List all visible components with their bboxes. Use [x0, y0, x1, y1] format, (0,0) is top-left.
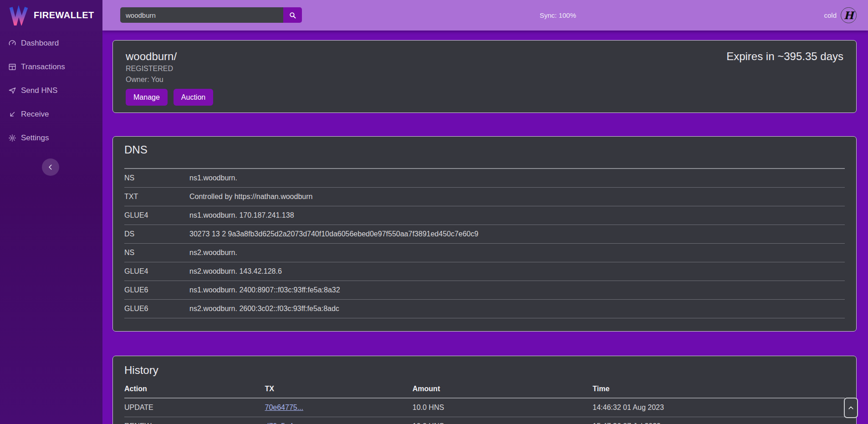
sidebar-item-settings[interactable]: Settings [0, 126, 102, 150]
domain-title: woodburn/ [126, 50, 177, 63]
history-col-action: Action [124, 380, 265, 398]
sidebar-item-dashboard[interactable]: Dashboard [0, 31, 102, 55]
history-time: 14:46:32 01 Aug 2023 [592, 398, 845, 417]
dns-record-type: GLUE6 [124, 299, 189, 318]
dns-record-type: GLUE4 [124, 262, 189, 281]
gear-icon [8, 134, 16, 142]
dns-record-value: ns1.woodburn. [189, 169, 845, 187]
tx-link[interactable]: d70e5e4... [265, 422, 299, 424]
history-col-time: Time [592, 380, 845, 398]
dns-record-row: NS ns2.woodburn. [124, 243, 845, 262]
dns-record-type: GLUE6 [124, 281, 189, 299]
scroll-to-top-button[interactable] [844, 398, 858, 418]
history-header-row: Action TX Amount Time [124, 380, 845, 398]
dns-record-value: Controlled by https://nathan.woodburn [189, 187, 845, 206]
history-action: RENEW [124, 417, 265, 424]
tx-link[interactable]: 70e64775... [265, 404, 303, 411]
dns-record-row: GLUE4 ns1.woodburn. 170.187.241.138 [124, 206, 845, 225]
table-icon [8, 63, 16, 71]
history-card: History Action TX Amount Time UPDATE 70e… [112, 356, 857, 424]
history-row: RENEW d70e5e4... 10.0 HNS 15:47:36 07 Ju… [124, 417, 845, 424]
history-col-amount: Amount [413, 380, 593, 398]
arrow-down-left-icon [8, 110, 16, 118]
dns-record-row: DS 30273 13 2 9a3a8fb3d625d2a2073d740f10… [124, 225, 845, 243]
dns-record-row: GLUE6 ns2.woodburn. 2600:3c02::f03c:93ff… [124, 299, 845, 318]
dns-card: DNS NS ns1.woodburn. TXT Controlled by h… [112, 136, 857, 332]
domain-owner: Owner: You [126, 75, 843, 84]
brand-header[interactable]: FIREWALLET [0, 0, 102, 31]
dns-record-value: ns2.woodburn. 143.42.128.6 [189, 262, 845, 281]
sidebar-item-label: Settings [21, 133, 49, 143]
sidebar-item-label: Transactions [21, 62, 65, 72]
dns-record-row: NS ns1.woodburn. [124, 169, 845, 187]
auction-button[interactable]: Auction [174, 89, 213, 106]
search-input[interactable] [120, 7, 283, 23]
sidebar-item-label: Send HNS [21, 86, 57, 95]
dns-record-row: GLUE6 ns1.woodburn. 2400:8907::f03c:93ff… [124, 281, 845, 299]
paper-plane-icon [8, 87, 16, 95]
sidebar-item-send-hns[interactable]: Send HNS [0, 79, 102, 102]
gauge-icon [8, 39, 16, 47]
history-col-tx: TX [265, 380, 412, 398]
domain-expiry: Expires in ~395.35 days [726, 50, 843, 63]
dns-record-type: NS [124, 243, 189, 262]
search-button[interactable] [283, 7, 302, 23]
dns-record-row: GLUE4 ns2.woodburn. 143.42.128.6 [124, 262, 845, 281]
handshake-logo-icon[interactable]: H [841, 7, 857, 23]
dns-record-value: ns1.woodburn. 170.187.241.138 [189, 206, 845, 225]
domain-card: woodburn/ Expires in ~395.35 days REGIST… [112, 40, 857, 113]
sidebar-item-label: Dashboard [21, 39, 59, 48]
wallet-name: cold [824, 11, 837, 19]
dns-record-row: TXT Controlled by https://nathan.woodbur… [124, 187, 845, 206]
history-time: 15:47:36 07 Jul 2023 [592, 417, 845, 424]
sidebar-item-receive[interactable]: Receive [0, 102, 102, 126]
dns-record-type: NS [124, 169, 189, 187]
dns-record-value: 30273 13 2 9a3a8fb3d625d2a2073d740f10da6… [189, 225, 845, 243]
history-amount: 10.0 HNS [413, 417, 593, 424]
history-card-title: History [124, 363, 845, 377]
history-table: Action TX Amount Time UPDATE 70e64775...… [124, 380, 845, 424]
sidebar-nav: Dashboard Transactions Send HNS Receive … [0, 31, 102, 150]
search-icon [289, 11, 296, 19]
chevron-up-icon [848, 405, 854, 411]
dns-record-type: GLUE4 [124, 206, 189, 225]
dns-record-value: ns1.woodburn. 2400:8907::f03c:93ff:fe5a:… [189, 281, 845, 299]
dns-record-value: ns2.woodburn. 2600:3c02::f03c:93ff:fe5a:… [189, 299, 845, 318]
main-content: woodburn/ Expires in ~395.35 days REGIST… [102, 31, 868, 424]
brand-name: FIREWALLET [34, 10, 94, 20]
sidebar-item-label: Receive [21, 110, 49, 119]
firewallet-logo-icon [9, 5, 28, 26]
search-bar [120, 7, 302, 23]
history-amount: 10.0 HNS [413, 398, 593, 417]
history-action: UPDATE [124, 398, 265, 417]
dns-record-value: ns2.woodburn. [189, 243, 845, 262]
sync-status: Sync: 100% [540, 0, 576, 31]
manage-button[interactable]: Manage [126, 89, 168, 106]
wallet-selector[interactable]: cold H [824, 0, 868, 31]
dns-table: NS ns1.woodburn. TXT Controlled by https… [124, 168, 845, 318]
history-row: UPDATE 70e64775... 10.0 HNS 14:46:32 01 … [124, 398, 845, 417]
domain-status: REGISTERED [126, 64, 843, 73]
dns-record-type: TXT [124, 187, 189, 206]
dns-record-type: DS [124, 225, 189, 243]
sidebar-item-transactions[interactable]: Transactions [0, 55, 102, 79]
sidebar-collapse-button[interactable] [42, 158, 59, 176]
topbar: Sync: 100% cold H [102, 0, 868, 31]
chevron-left-icon [47, 164, 54, 170]
dns-card-title: DNS [124, 143, 845, 157]
sidebar: FIREWALLET Dashboard Transactions Send H… [0, 0, 102, 424]
